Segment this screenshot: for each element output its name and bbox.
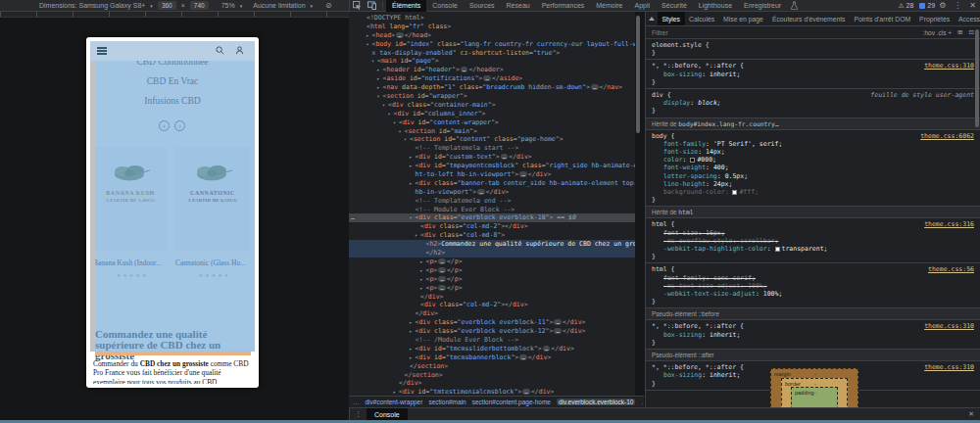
- dom-tree-row[interactable]: ▾<main id="page">: [349, 57, 635, 66]
- hamburger-menu-icon[interactable]: [97, 47, 107, 55]
- elements-scrollbar[interactable]: [636, 16, 640, 133]
- dom-tree-row[interactable]: ▸<p>…</p>: [349, 275, 635, 284]
- dom-tree-row[interactable]: ▸<p>…</p>: [349, 266, 635, 275]
- pseudo-state-toggles[interactable]: :hov .cls +: [923, 29, 952, 36]
- dom-tree-row[interactable]: ▸<div id="tmcmssliderbottomblock">…</div…: [349, 345, 635, 353]
- css-declaration[interactable]: font-family: 'PT Serif', serif;: [652, 140, 974, 148]
- more-options-icon[interactable]: ⋮: [950, 1, 965, 10]
- tab-éléments[interactable]: Éléments: [386, 0, 426, 12]
- close-devtools-icon[interactable]: ✕: [965, 1, 980, 10]
- dom-tree-row[interactable]: </section>: [349, 362, 635, 371]
- dom-tree-row[interactable]: ht-to-left hb-in-viewport">…</div>: [349, 170, 635, 179]
- css-rule[interactable]: div {feuille de style user-agentdisplay:…: [646, 89, 980, 118]
- dom-tree-row[interactable]: <!-- Templatemela end -->: [349, 197, 635, 206]
- css-declaration[interactable]: -webkit-text-size-adjust: 100%;: [652, 290, 974, 298]
- dom-tree-row[interactable]: x tax-display-enabled" cz-shortcut-liste…: [349, 49, 635, 58]
- dom-tree-row[interactable]: </div>: [349, 379, 635, 388]
- device-height-input[interactable]: 740: [190, 1, 209, 10]
- css-declaration[interactable]: font-weight: 400;: [652, 164, 974, 171]
- tab-réseau[interactable]: Réseau: [501, 0, 536, 12]
- stylesheet-link[interactable]: theme.css:310: [924, 62, 974, 70]
- dom-tree-row[interactable]: ▸<p>…</p>: [349, 284, 635, 293]
- stylesheet-link[interactable]: theme.css:316: [924, 220, 974, 228]
- tab-appli[interactable]: Appli: [629, 0, 657, 12]
- tab-console[interactable]: Console: [426, 0, 464, 12]
- stylesheet-link[interactable]: theme.css:310: [924, 363, 974, 371]
- css-declaration[interactable]: line-height: 24px;: [652, 180, 974, 188]
- sidebar-tab-points-d-arr-t-dom[interactable]: Points d'arrêt DOM: [850, 12, 915, 26]
- dom-tree-row[interactable]: </div>: [349, 293, 635, 302]
- drawer-menu-icon[interactable]: ⋮: [350, 410, 367, 418]
- dom-tree-row[interactable]: ▸<aside id="notifications">…</aside>: [349, 74, 635, 83]
- dom-tree-row[interactable]: ▸<p>…</p>: [349, 258, 635, 266]
- grid-editor-icon[interactable]: ⊞: [957, 28, 962, 36]
- tab-performances[interactable]: Performances: [536, 0, 591, 12]
- settings-gear-icon[interactable]: ⚙: [935, 1, 950, 10]
- issues-count[interactable]: 29: [927, 2, 935, 9]
- css-declaration[interactable]: display: block;: [652, 99, 974, 107]
- css-declaration[interactable]: font-size: 14px;: [652, 148, 974, 156]
- breadcrumb-item[interactable]: section#content.page-home: [472, 399, 551, 405]
- dom-tree-row[interactable]: <!-- /Module Ever Block -->: [349, 336, 635, 345]
- user-account-icon[interactable]: [235, 46, 244, 55]
- search-icon[interactable]: [216, 46, 224, 55]
- rotate-icon[interactable]: ⊘: [325, 1, 332, 10]
- css-declaration[interactable]: -ms-overflow-style: scrollbar;: [652, 237, 974, 245]
- styles-scrollbar[interactable]: [975, 29, 979, 127]
- dom-tree-row[interactable]: </section>: [349, 371, 635, 380]
- dom-tree-row[interactable]: ▾<div id="columns_inner">: [349, 110, 635, 118]
- dom-tree-row[interactable]: …▾<div class="everblock everblock-10"> =…: [349, 213, 635, 222]
- row-menu-dots-icon[interactable]: …: [351, 213, 356, 221]
- box-model-diagram[interactable]: margin - border - padding -: [770, 368, 858, 407]
- close-drawer-icon[interactable]: ✕: [962, 410, 980, 418]
- sidebar-tab-mise-en-page[interactable]: Mise en page: [719, 12, 768, 26]
- color-swatch[interactable]: [775, 247, 780, 252]
- breadcrumb-overflow[interactable]: …: [641, 399, 644, 405]
- sidebar-tab-propri-t-s[interactable]: Propriétés: [915, 12, 955, 26]
- device-select[interactable]: Dimensions: Samsung Galaxy S8+: [39, 2, 145, 9]
- dom-tree-row[interactable]: ▸<div id="tmtestimonialcmsblock">…</div>: [349, 388, 635, 396]
- css-declaration[interactable]: -webkit-tap-highlight-color: transparent…: [652, 245, 974, 253]
- css-declaration[interactable]: font-family: sans-serif;: [652, 274, 974, 282]
- dom-tree-row[interactable]: <h2>Commandez une qualité supérieure de …: [349, 240, 635, 249]
- dom-tree-row[interactable]: <!-- Templatemela start -->: [349, 144, 635, 153]
- tab-enregistreur[interactable]: Enregistreur: [738, 0, 787, 12]
- zoom-select[interactable]: 75%: [221, 2, 235, 9]
- breadcrumb-item[interactable]: div#content-wrapper: [366, 399, 423, 405]
- breadcrumb-item[interactable]: div.everblock.everblock-10: [557, 399, 635, 405]
- css-declaration[interactable]: -ms-text-size-adjust: 100%;: [652, 282, 974, 290]
- dom-tree-row[interactable]: ▾<div id="content-wrapper">: [349, 118, 635, 127]
- issues-icon[interactable]: [919, 3, 925, 9]
- console-drawer-tab[interactable]: Console: [367, 408, 408, 421]
- warning-icon[interactable]: ⚠: [899, 2, 905, 10]
- css-declaration[interactable]: box-sizing: inherit;: [652, 70, 974, 78]
- dom-tree-row[interactable]: ▸<div id="tmpaymentcmsblock" class="righ…: [349, 162, 635, 170]
- device-screen[interactable]: CBD ConditionnéeCBD En VracInfusions CBD…: [90, 41, 255, 384]
- device-toolbar-icon[interactable]: [368, 1, 376, 10]
- device-width-input[interactable]: 360: [158, 1, 176, 10]
- elements-panel[interactable]: <!DOCTYPE html><html lang="fr" class>▸<h…: [349, 12, 635, 396]
- css-rule[interactable]: *, *::before, *::after {theme.css:310box…: [646, 320, 980, 350]
- dom-tree-row[interactable]: <div class="col-md-2"></div>: [349, 222, 635, 231]
- dom-tree-row[interactable]: ▾<div class="container-main">: [349, 101, 635, 110]
- sidebar-tab-styles[interactable]: Styles: [658, 12, 685, 26]
- css-rule[interactable]: *, *::before, *::after {theme.css:310box…: [646, 60, 980, 89]
- dom-tree-row[interactable]: ▸<head>…</head>: [349, 31, 635, 40]
- dom-tree-row[interactable]: ▸<header id="header">…</header>: [349, 66, 635, 74]
- sidebar-tab-calcul-s[interactable]: Calculés: [685, 12, 719, 26]
- dom-tree-row[interactable]: ▸<div id="custom-text">…</div>: [349, 153, 635, 162]
- dom-tree-row[interactable]: </div>: [349, 309, 635, 318]
- css-rule[interactable]: html {theme.css:56font-family: sans-seri…: [646, 263, 980, 308]
- css-declaration[interactable]: color: #000;: [652, 156, 974, 164]
- dom-tree-row[interactable]: ▾<body id="index" class="lang-fr country…: [349, 40, 635, 49]
- stylesheet-link[interactable]: theme.css:6062: [920, 132, 974, 140]
- css-rule[interactable]: html {theme.css:316font-size: 16px;-ms-o…: [646, 218, 980, 263]
- tab-sources[interactable]: Sources: [464, 0, 501, 12]
- dom-tree-row[interactable]: ▸<div class="everblock everblock-12">…</…: [349, 327, 635, 336]
- sidebar-tab--couteurs-d-v-nements[interactable]: Écouteurs d'événements: [767, 12, 850, 26]
- css-declaration[interactable]: background-color: #fff;: [652, 188, 974, 196]
- tab-lighthouse[interactable]: Lighthouse: [693, 0, 738, 12]
- css-rule[interactable]: body {theme.css:6062font-family: 'PT Ser…: [646, 130, 980, 208]
- dom-tree-row[interactable]: ▸<nav data-depth="1" class="breadcrumb h…: [349, 83, 635, 92]
- css-declaration[interactable]: letter-spacing: 0.5px;: [652, 172, 974, 180]
